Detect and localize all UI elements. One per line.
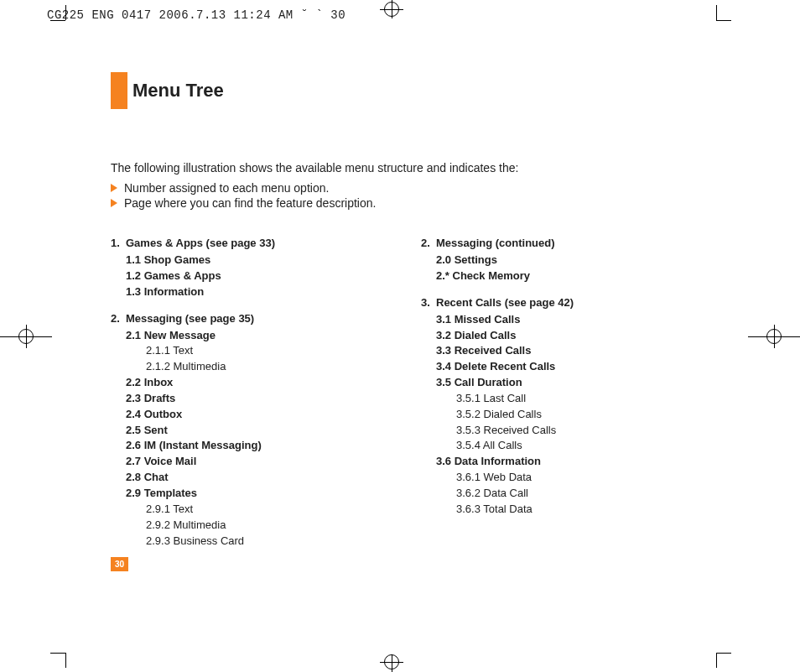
intro-bullets: Number assigned to each menu option. Pag… — [111, 181, 376, 211]
submenu-item: 3.6.2 Data Call — [456, 486, 681, 502]
section-heading: 2.Messaging (see page 35) — [111, 312, 371, 325]
menu-item: 2.* Check Memory — [436, 268, 681, 284]
page-number: 30 — [111, 557, 128, 571]
section-heading: 1.Games & Apps (see page 33) — [111, 237, 371, 249]
submenu-item: 3.5.3 Received Calls — [456, 423, 681, 439]
page-title-block: Menu Tree — [111, 72, 224, 109]
triangle-bullet-icon — [111, 184, 117, 192]
submenu-item: 3.6.1 Web Data — [456, 470, 681, 486]
section-number: 1. — [111, 237, 126, 249]
submenu-item: 2.1.1 Text — [146, 343, 371, 359]
section-heading: 2.Messaging (continued) — [421, 237, 681, 249]
section-title: Messaging (see page 35) — [126, 312, 254, 325]
menu-item: 3.3 Received Calls — [436, 343, 681, 359]
submenu-item: 2.9.3 Business Card — [146, 534, 371, 550]
submenu-item: 2.9.2 Multimedia — [146, 518, 371, 534]
menu-item: 2.1 New Message — [126, 328, 371, 344]
menu-item: 2.6 IM (Instant Messaging) — [126, 438, 371, 454]
submenu-item: 3.6.3 Total Data — [456, 502, 681, 518]
section-title: Games & Apps (see page 33) — [126, 237, 275, 249]
menu-item: 1.2 Games & Apps — [126, 268, 371, 284]
section-title: Recent Calls (see page 42) — [436, 296, 574, 309]
menu-item: 2.0 Settings — [436, 253, 681, 268]
menu-item: 3.4 Delete Recent Calls — [436, 359, 681, 375]
menu-item: 3.2 Dialed Calls — [436, 328, 681, 344]
bullet-text: Number assigned to each menu option. — [124, 181, 329, 195]
submenu-item: 3.5.4 All Calls — [456, 438, 681, 454]
submenu-item: 2.9.1 Text — [146, 502, 371, 518]
menu-item: 2.8 Chat — [126, 470, 371, 486]
menu-item: 3.1 Missed Calls — [436, 312, 681, 328]
section-title: Messaging (continued) — [436, 237, 555, 249]
submenu-item: 3.5.1 Last Call — [456, 391, 681, 407]
column-left: 1.Games & Apps (see page 33) 1.1 Shop Ga… — [111, 225, 371, 549]
menu-item: 1.1 Shop Games — [126, 253, 371, 268]
submenu-item: 3.5.2 Dialed Calls — [456, 407, 681, 423]
column-right: 2.Messaging (continued) 2.0 Settings 2.*… — [421, 225, 681, 549]
bullet-row: Page where you can find the feature desc… — [111, 196, 376, 210]
menu-item: 3.6 Data Information — [436, 454, 681, 470]
page-content: Menu Tree The following illustration sho… — [65, 20, 716, 653]
menu-item: 2.5 Sent — [126, 423, 371, 439]
bullet-row: Number assigned to each menu option. — [111, 181, 376, 195]
triangle-bullet-icon — [111, 199, 117, 207]
menu-item: 2.2 Inbox — [126, 375, 371, 391]
section-number: 3. — [421, 296, 436, 309]
page-title: Menu Tree — [132, 80, 224, 102]
menu-item: 1.3 Information — [126, 284, 371, 300]
menu-item: 2.9 Templates — [126, 486, 371, 502]
menu-item: 3.5 Call Duration — [436, 375, 681, 391]
menu-item: 2.7 Voice Mail — [126, 454, 371, 470]
menu-item: 2.4 Outbox — [126, 407, 371, 423]
intro-text: The following illustration shows the ava… — [111, 161, 518, 175]
menu-columns: 1.Games & Apps (see page 33) 1.1 Shop Ga… — [111, 225, 681, 549]
section-number: 2. — [421, 237, 436, 249]
title-accent-square — [111, 72, 127, 109]
section-heading: 3.Recent Calls (see page 42) — [421, 296, 681, 309]
bullet-text: Page where you can find the feature desc… — [124, 196, 376, 210]
menu-item: 2.3 Drafts — [126, 391, 371, 407]
submenu-item: 2.1.2 Multimedia — [146, 359, 371, 375]
section-number: 2. — [111, 312, 126, 325]
